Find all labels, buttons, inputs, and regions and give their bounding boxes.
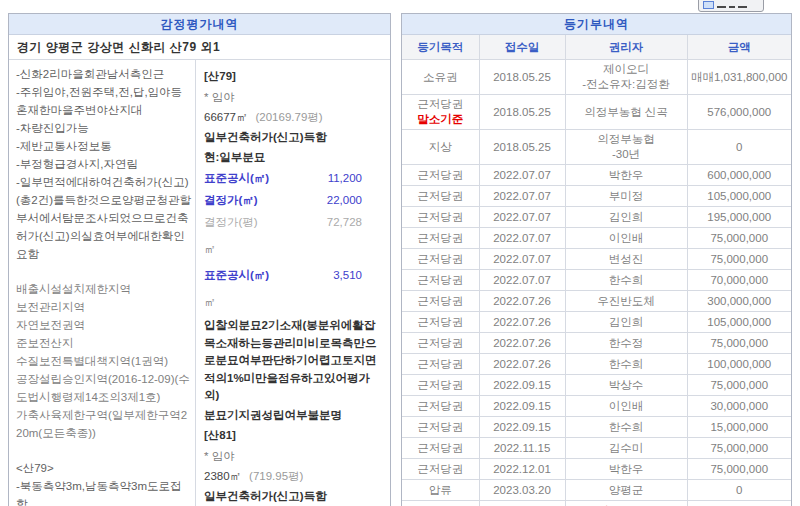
price-value: 3,510 — [333, 267, 362, 284]
cell-holder: 제이오디-전소유자:김정환 — [565, 60, 687, 95]
cell-purpose: 근저당권 — [402, 312, 479, 333]
registry-row: 근저당권2022.07.07부미정105,000,000 — [402, 186, 791, 207]
cell-purpose: 근저당권 — [402, 186, 479, 207]
price-row: 결정가(평)72,728 — [204, 211, 384, 233]
registry-row: 근저당권2022.07.26김인희105,000,000 — [402, 312, 791, 333]
area-value: 66677㎡ — [204, 111, 247, 123]
appraisal-note-line: -북동측약3m,남동측약3m도로접함 — [16, 477, 192, 506]
registry-column-header: 권리자 — [565, 35, 687, 60]
appraisal-note-line: 준보전산지 — [16, 334, 192, 352]
appraisal-notes-column: -신화2리마을회관남서측인근-주위임야,전원주택,전,답,임야등혼재한마을주변야… — [9, 60, 196, 506]
cell-amount: 30,000,000 — [687, 396, 791, 417]
cell-purpose: 소유권 — [402, 60, 479, 95]
price-label: 표준공시(㎡) — [204, 170, 269, 187]
cell-amount: 75,000,000 — [687, 438, 791, 459]
appraisal-note-line: 공장설립승인지역(2016-12-09)(수도법시행령제14조의3제1호) — [16, 370, 192, 406]
registry-row: 근저당권2022.07.07박한우600,000,000 — [402, 165, 791, 186]
registry-row: 소유권2018.05.25제이오디-전소유자:김정환매매1,031,800,00… — [402, 60, 791, 95]
registry-row: 근저당권2022.09.15이인배30,000,000 — [402, 396, 791, 417]
registry-panel: 등기부내역 등기목적접수일권리자금액 소유권2018.05.25제이오디-전소유… — [401, 13, 792, 506]
registry-row: 근저당권2022.07.07이인배75,000,000 — [402, 228, 791, 249]
cell-date: 2022.07.07 — [479, 249, 565, 270]
registry-column-header: 접수일 — [479, 35, 565, 60]
cell-purpose: 근저당권말소기준 — [402, 95, 479, 130]
cell-amount: 105,000,000 — [687, 186, 791, 207]
registry-row: 근저당권말소기준2018.05.25의정부농협 신곡576,000,000 — [402, 95, 791, 130]
cell-holder: 이인배 — [565, 396, 687, 417]
cell-amount: 15,000,000 — [687, 417, 791, 438]
cell-amount: 75,000,000 — [687, 459, 791, 480]
appraisal-note-line: -차량진입가능 — [16, 119, 192, 137]
area-pyeong: (20169.79평) — [255, 111, 322, 123]
detail-note: 일부건축허가(신고)득함 — [204, 129, 384, 147]
cell-holder: 의정부농협-30년 — [565, 130, 687, 165]
appraisal-note-line: -일부면적에대하여건축허가(신고)(총2건)를득한것으로양평군청관할부서에서탐문… — [16, 173, 192, 263]
appraisal-panel-title: 감정평가내역 — [9, 14, 390, 35]
cell-amount: 100,000,000 — [687, 354, 791, 375]
cell-purpose: 근저당권 — [402, 375, 479, 396]
registry-row: 근저당권2022.07.26한수희100,000,000 — [402, 354, 791, 375]
cell-date: 2018.05.25 — [479, 95, 565, 130]
toolbar-button-partial[interactable] — [698, 0, 764, 12]
registry-column-header: 금액 — [687, 35, 791, 60]
cell-date: 2022.11.15 — [479, 438, 565, 459]
area-pyeong: (719.95평) — [249, 470, 303, 482]
cell-date: 2022.07.26 — [479, 333, 565, 354]
cell-purpose: 근저당권 — [402, 459, 479, 480]
registry-column-header: 등기목적 — [402, 35, 479, 60]
registry-row: 근저당권2022.09.15박상수75,000,000 — [402, 375, 791, 396]
detail-line: * 임야 — [204, 89, 384, 106]
cell-holder: 우진반도체 — [565, 291, 687, 312]
area-line: 66677㎡(20169.79평) — [204, 109, 384, 126]
registry-row: 근저당권2022.12.01박한우75,000,000 — [402, 459, 791, 480]
price-label: 결정가(평) — [204, 214, 258, 231]
detail-line: * 임야 — [204, 448, 384, 465]
registry-row: 근저당권2022.07.07김인희195,000,000 — [402, 207, 791, 228]
appraisal-note-line: 보전관리지역 — [16, 298, 192, 316]
appraisal-details-column: [산79]* 임야66677㎡(20169.79평)일부건축허가(신고)득함현:… — [196, 60, 390, 506]
cell-holder: 의정부농협 — [565, 501, 687, 506]
area-line: 2380㎡(719.95평) — [204, 468, 384, 485]
cell-date: 2022.07.07 — [479, 228, 565, 249]
detail-note: 일부건축허가(신고)득함 — [204, 488, 384, 506]
registry-row: 근저당권2022.07.26한수정75,000,000 — [402, 333, 791, 354]
cell-holder: 양평군 — [565, 480, 687, 501]
price-label: 표준공시(㎡) — [204, 267, 269, 284]
cell-amount: 0 — [687, 480, 791, 501]
cell-amount: 75,000,000 — [687, 228, 791, 249]
cell-amount: 0 — [687, 130, 791, 165]
price-label: 결정가(㎡) — [204, 192, 258, 209]
price-value: 22,000 — [327, 192, 362, 209]
appraisal-note-line: 자연보전권역 — [16, 316, 192, 334]
cell-holder: 김인희 — [565, 207, 687, 228]
appraisal-body: -신화2리마을회관남서측인근-주위임야,전원주택,전,답,임야등혼재한마을주변야… — [9, 60, 390, 506]
cell-purpose: 근저당권 — [402, 165, 479, 186]
cell-amount: 576,000,000 — [687, 95, 791, 130]
button-glyph — [729, 6, 735, 8]
registry-row: 근저당권2022.07.26우진반도체300,000,000 — [402, 291, 791, 312]
registry-row: 근저당권2022.07.07한수희70,000,000 — [402, 270, 791, 291]
cell-purpose: 근저당권 — [402, 333, 479, 354]
cell-holder: 김인희 — [565, 312, 687, 333]
window-icon — [703, 1, 714, 9]
note-gap — [16, 263, 192, 280]
appraisal-note-line: -신화2리마을회관남서측인근 — [16, 65, 192, 83]
cell-date: 2018.05.25 — [479, 60, 565, 95]
cell-amount: 75,000,000 — [687, 375, 791, 396]
appraisal-note-line: -제반교통사정보통 — [16, 137, 192, 155]
appraisal-note-line: 가축사육제한구역(일부제한구역220m(모든축종)) — [16, 406, 192, 442]
cell-date: 2023.03.20 — [479, 480, 565, 501]
cell-holder: 박상수 — [565, 375, 687, 396]
note-gap — [16, 442, 192, 459]
page: 감정평가내역 경기 양평군 강상면 신화리 산79 외1 -신화2리마을회관남서… — [0, 0, 800, 506]
registry-panel-title: 등기부내역 — [402, 14, 791, 35]
cell-holder: 이인배 — [565, 228, 687, 249]
price-value: 72,728 — [327, 214, 362, 231]
cell-purpose: 근저당권 — [402, 417, 479, 438]
cell-amount: 70,000,000 — [687, 270, 791, 291]
cell-purpose: 근저당권 — [402, 249, 479, 270]
cell-purpose: 근저당권 — [402, 270, 479, 291]
registry-row: 지상2018.05.25의정부농협-30년0 — [402, 130, 791, 165]
appraisal-panel: 감정평가내역 경기 양평군 강상면 신화리 산79 외1 -신화2리마을회관남서… — [8, 13, 391, 506]
cell-date: 2018.05.25 — [479, 130, 565, 165]
